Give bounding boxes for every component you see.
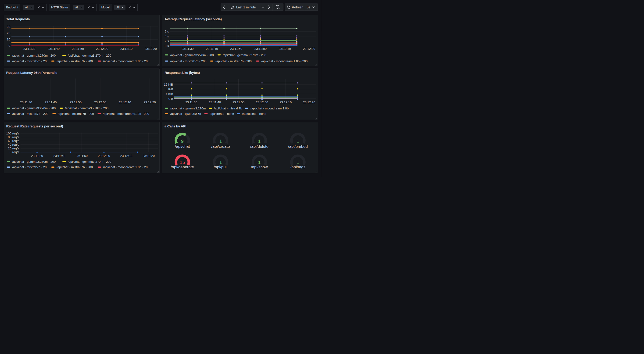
svg-text:/api/chat - gemma3:270m - 200: /api/chat - gemma3:270m - 200 (223, 53, 266, 57)
svg-text:1: 1 (219, 160, 222, 165)
svg-text:/api/create: /api/create (211, 144, 230, 149)
svg-text:/api/chat - moondream:1.8b: /api/chat - moondream:1.8b (250, 106, 289, 110)
svg-text:23:11:50: 23:11:50 (72, 47, 84, 51)
svg-text:/api/chat: /api/chat (175, 144, 190, 149)
svg-text:23:11:40: 23:11:40 (53, 154, 65, 158)
svg-text:23:12:20: 23:12:20 (144, 47, 156, 51)
svg-text:/api/chat - moondream:1.8b - 2: /api/chat - moondream:1.8b - 200 (103, 59, 149, 63)
svg-text:/api/pull: /api/pull (214, 165, 228, 169)
svg-text:23:12:00: 23:12:00 (96, 47, 108, 51)
svg-text:23:12:00: 23:12:00 (98, 154, 110, 158)
svg-text:9: 9 (181, 138, 184, 144)
svg-text:12 KiB: 12 KiB (164, 83, 173, 86)
svg-text:/api/chat - mistral:7b - 200: /api/chat - mistral:7b - 200 (12, 59, 48, 63)
svg-text:/api/delete: /api/delete (250, 144, 268, 149)
svg-text:23:12:20: 23:12:20 (142, 154, 154, 158)
svg-text:/api/chat - qwen3:0.6b: /api/chat - qwen3:0.6b (170, 112, 201, 115)
svg-text:60 req/s: 60 req/s (8, 139, 19, 143)
svg-text:/api/chat - mistral:7b - 200: /api/chat - mistral:7b - 200 (56, 59, 93, 63)
svg-text:/api/chat - gemma3:270m - 200: /api/chat - gemma3:270m - 200 (68, 160, 111, 163)
svg-text:23:11:40: 23:11:40 (209, 101, 221, 104)
svg-text:23:11:30: 23:11:30 (182, 47, 194, 51)
svg-text:4 KiB: 4 KiB (166, 92, 173, 96)
svg-text:/api/chat - mistral:7b - 200: /api/chat - mistral:7b - 200 (170, 59, 206, 63)
svg-text:23:12:10: 23:12:10 (280, 101, 292, 104)
svg-text:/api/show: /api/show (251, 165, 268, 169)
svg-text:10: 10 (7, 38, 10, 41)
svg-text:0 req/s: 0 req/s (10, 150, 19, 154)
svg-text:1: 1 (296, 138, 299, 144)
svg-text:/api/chat - gemma3:270m: /api/chat - gemma3:270m (170, 106, 206, 110)
svg-text:40 req/s: 40 req/s (8, 143, 19, 146)
svg-text:23:11:50: 23:11:50 (76, 154, 88, 158)
svg-text:20 req/s: 20 req/s (8, 147, 19, 150)
svg-text:/api/chat - mistral:7b - 200: /api/chat - mistral:7b - 200 (216, 59, 252, 63)
svg-text:1: 1 (296, 160, 299, 165)
svg-text:23:12:20: 23:12:20 (303, 47, 315, 51)
svg-text:23:11:40: 23:11:40 (45, 101, 56, 104)
svg-text:/api/embed: /api/embed (288, 144, 308, 149)
svg-text:/api/chat - mistral:7b - 200: /api/chat - mistral:7b - 200 (12, 112, 48, 115)
svg-text:/api/create - none: /api/create - none (210, 112, 234, 115)
svg-text:23:12:00: 23:12:00 (254, 47, 266, 51)
svg-text:23:11:30: 23:11:30 (23, 47, 35, 51)
svg-text:/api/chat - moondream:1.8b - 2: /api/chat - moondream:1.8b - 200 (103, 112, 149, 115)
svg-text:/api/tags: /api/tags (290, 165, 306, 169)
svg-text:23:11:30: 23:11:30 (20, 101, 32, 104)
svg-text:0 s: 0 s (165, 44, 169, 48)
svg-text:/api/chat - gemma3:270m - 200: /api/chat - gemma3:270m - 200 (12, 106, 56, 110)
svg-text:1: 1 (258, 160, 260, 165)
svg-text:/api/chat - mistral:7b - 200: /api/chat - mistral:7b - 200 (58, 112, 94, 115)
svg-text:1: 1 (219, 138, 222, 144)
svg-text:23:12:20: 23:12:20 (144, 101, 156, 104)
svg-text:23:11:50: 23:11:50 (232, 101, 244, 104)
svg-text:100 req/s: 100 req/s (6, 131, 19, 135)
svg-text:8 KiB: 8 KiB (166, 87, 173, 91)
svg-text:15: 15 (180, 160, 185, 165)
svg-text:30: 30 (7, 25, 10, 29)
svg-text:23:12:20: 23:12:20 (303, 101, 315, 104)
svg-text:/api/chat - moondream:1.8b - 2: /api/chat - moondream:1.8b - 200 (103, 165, 149, 169)
svg-text:/api/delete - none: /api/delete - none (242, 112, 266, 115)
svg-text:/api/chat - mistral:7b: /api/chat - mistral:7b (214, 106, 242, 110)
svg-text:0 B: 0 B (168, 97, 173, 100)
svg-text:1: 1 (258, 138, 260, 144)
svg-text:/api/chat - mistral:7b - 200: /api/chat - mistral:7b - 200 (56, 165, 93, 169)
svg-text:6 s: 6 s (165, 30, 169, 33)
svg-text:0: 0 (8, 44, 10, 48)
svg-text:/api/chat - mistral:7b - 200: /api/chat - mistral:7b - 200 (12, 165, 48, 169)
svg-text:23:11:50: 23:11:50 (230, 47, 242, 51)
svg-text:4 s: 4 s (165, 35, 169, 38)
svg-text:23:11:50: 23:11:50 (70, 101, 81, 104)
svg-text:/api/chat - gemma3:270m - 200: /api/chat - gemma3:270m - 200 (12, 160, 56, 163)
svg-text:/api/chat - gemma3:270m - 200: /api/chat - gemma3:270m - 200 (65, 106, 108, 110)
svg-text:/api/chat - gemma3:270m - 200: /api/chat - gemma3:270m - 200 (170, 53, 214, 57)
svg-text:23:12:00: 23:12:00 (256, 101, 268, 104)
svg-text:23:12:10: 23:12:10 (119, 101, 131, 104)
svg-text:20: 20 (7, 31, 10, 35)
svg-text:/api/generate: /api/generate (171, 165, 194, 169)
svg-text:23:11:30: 23:11:30 (185, 101, 197, 104)
svg-text:23:12:10: 23:12:10 (279, 47, 291, 51)
svg-text:23:11:30: 23:11:30 (31, 154, 43, 158)
svg-text:/api/chat - gemma3:270m - 200: /api/chat - gemma3:270m - 200 (68, 54, 111, 57)
svg-text:2 s: 2 s (165, 39, 169, 43)
svg-text:/api/chat - gemma3:270m - 200: /api/chat - gemma3:270m - 200 (12, 54, 56, 57)
svg-text:23:12:00: 23:12:00 (94, 101, 106, 104)
svg-text:23:12:10: 23:12:10 (120, 47, 132, 51)
svg-text:/api/chat - moondream:1.8b - 2: /api/chat - moondream:1.8b - 200 (261, 59, 308, 63)
svg-text:23:12:10: 23:12:10 (120, 154, 132, 158)
svg-text:80 req/s: 80 req/s (8, 135, 19, 139)
svg-text:23:11:40: 23:11:40 (48, 47, 59, 51)
svg-text:23:11:40: 23:11:40 (206, 47, 218, 51)
